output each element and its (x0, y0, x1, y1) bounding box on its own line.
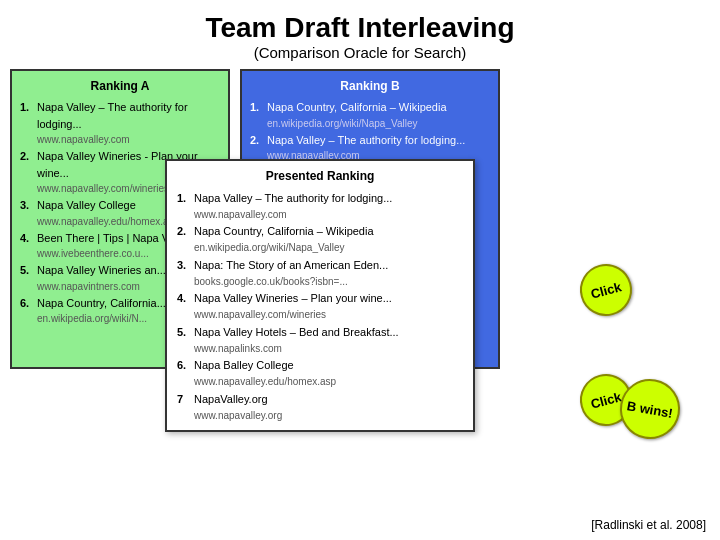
list-item: 1. Napa Valley – The authority for lodgi… (20, 99, 220, 147)
list-item: 4. Napa Valley Wineries – Plan your wine… (177, 290, 463, 323)
page-title: Team Draft Interleaving (0, 12, 720, 44)
list-item: 1. Napa Valley – The authority for lodgi… (177, 190, 463, 223)
citation: [Radlinski et al. 2008] (591, 518, 706, 532)
ranking-a-header: Ranking A (20, 77, 220, 95)
list-item: 2. Napa Country, California – Wikipedia … (177, 223, 463, 256)
presented-ranking-box: Presented Ranking 1. Napa Valley – The a… (165, 159, 475, 432)
list-item: 7 NapaValley.org www.napavalley.org (177, 391, 463, 424)
click-badge-1: Click (574, 258, 638, 322)
list-item: 5. Napa Valley Hotels – Bed and Breakfas… (177, 324, 463, 357)
list-item: 6. Napa Balley College www.napavalley.ed… (177, 357, 463, 390)
ranking-b-header: Ranking B (250, 77, 490, 95)
presented-ranking-header: Presented Ranking (177, 167, 463, 186)
main-container: Ranking A 1. Napa Valley – The authority… (10, 69, 710, 369)
list-item: 1. Napa Country, California – Wikipedia … (250, 99, 490, 131)
list-item: 3. Napa: The Story of an American Eden..… (177, 257, 463, 290)
page-subtitle: (Comparison Oracle for Search) (0, 44, 720, 61)
